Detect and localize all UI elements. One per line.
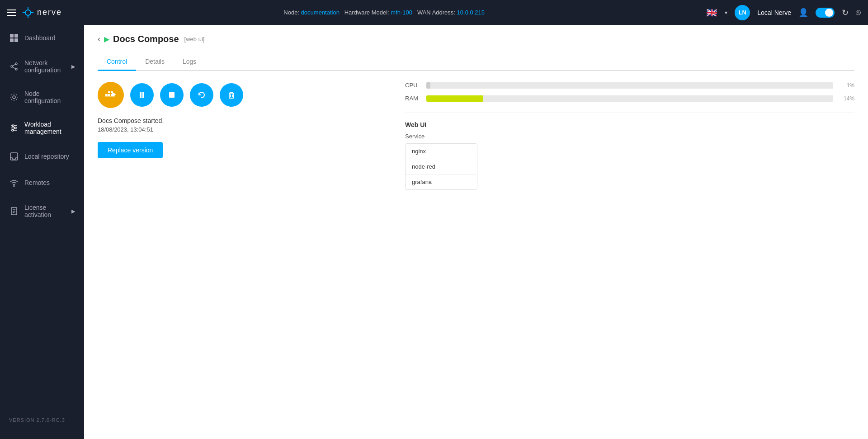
ram-bar xyxy=(426,95,483,102)
sidebar-item-network-configuration[interactable]: Network configuration ▶ xyxy=(0,51,84,82)
svg-point-23 xyxy=(14,186,14,187)
tab-control[interactable]: Control xyxy=(98,53,136,71)
back-button[interactable]: ‹ xyxy=(98,34,100,44)
svg-rect-9 xyxy=(14,38,18,42)
tabs-bar: Control Details Logs xyxy=(98,53,854,71)
sidebar-item-license-label: License activation xyxy=(24,204,66,218)
page-header: ‹ ▶ Docs Compose [web ui] xyxy=(98,34,854,44)
svg-rect-34 xyxy=(140,92,142,98)
svg-point-15 xyxy=(13,96,15,99)
nerve-logo-icon xyxy=(22,6,34,19)
service-node-red[interactable]: node-red xyxy=(406,159,477,175)
delete-button[interactable] xyxy=(220,83,243,107)
page-badge: [web ui] xyxy=(184,36,205,42)
cpu-label: CPU xyxy=(405,82,421,89)
sidebar-item-dashboard-label: Dashboard xyxy=(24,34,56,42)
local-nerve-label: Local Nerve xyxy=(757,9,791,16)
sidebar-item-local-repository[interactable]: Local repository xyxy=(0,143,84,170)
sliders-icon xyxy=(9,123,19,133)
sidebar-item-local-repository-label: Local repository xyxy=(24,153,69,160)
hardware-value[interactable]: mfn-100 xyxy=(391,9,412,16)
control-right: CPU 1% RAM 14% Web U xyxy=(405,82,854,190)
restart-button[interactable] xyxy=(190,83,213,107)
svg-line-13 xyxy=(13,64,15,66)
svg-rect-36 xyxy=(169,92,175,98)
sidebar-version: VERSION 2.7.0-RC.3 xyxy=(0,410,84,430)
sidebar-item-remotes[interactable]: Remotes xyxy=(0,170,84,196)
service-nginx[interactable]: nginx xyxy=(406,144,477,159)
service-grafana[interactable]: grafana xyxy=(406,175,477,189)
ram-metric-row: RAM 14% xyxy=(405,95,854,102)
logout-icon[interactable]: ⎋ xyxy=(856,8,861,17)
sidebar-item-node-label: Node configuration xyxy=(24,90,75,104)
lang-chevron[interactable]: ▾ xyxy=(725,9,727,16)
play-icon: ▶ xyxy=(104,35,109,43)
stop-button[interactable] xyxy=(160,83,184,107)
svg-rect-35 xyxy=(142,92,144,98)
nerve-logo: nerve xyxy=(22,6,62,19)
page-title: Docs Compose xyxy=(113,34,179,44)
svg-point-21 xyxy=(12,129,14,131)
network-chevron-icon: ▶ xyxy=(71,64,75,70)
wan-label: WAN Address: xyxy=(417,9,455,16)
ram-bar-wrap xyxy=(426,95,833,102)
svg-point-19 xyxy=(12,125,14,127)
pause-button[interactable] xyxy=(130,83,154,107)
main-layout: Dashboard Network configuration ▶ Node c… xyxy=(0,25,868,439)
tab-logs[interactable]: Logs xyxy=(174,53,205,71)
settings-icon xyxy=(9,92,19,102)
svg-line-14 xyxy=(13,67,15,69)
flag-icon[interactable]: 🇬🇧 xyxy=(706,7,717,18)
action-buttons xyxy=(98,82,387,108)
content-area: ‹ ▶ Docs Compose [web ui] Control Detail… xyxy=(84,25,868,439)
svg-point-12 xyxy=(11,66,13,67)
svg-rect-8 xyxy=(10,38,14,42)
service-list: nginx node-red grafana xyxy=(405,143,477,190)
webui-title: Web UI xyxy=(405,121,854,128)
replace-version-button[interactable]: Replace version xyxy=(98,142,163,158)
svg-rect-28 xyxy=(105,94,108,96)
control-left: Docs Compose started. 18/08/2023, 13:04:… xyxy=(98,82,387,190)
webui-section: Web UI Service nginx node-red grafana xyxy=(405,113,854,190)
sidebar-item-node-configuration[interactable]: Node configuration xyxy=(0,82,84,113)
cpu-bar xyxy=(426,82,430,89)
metrics-section: CPU 1% RAM 14% xyxy=(405,82,854,102)
wifi-icon xyxy=(9,178,19,188)
cpu-pct: 1% xyxy=(839,82,854,89)
refresh-icon[interactable]: ↻ xyxy=(842,8,849,18)
svg-rect-29 xyxy=(108,94,110,96)
wan-value[interactable]: 10.0.0.215 xyxy=(457,9,485,16)
ram-pct: 14% xyxy=(839,95,854,102)
node-value[interactable]: documentation xyxy=(301,9,340,16)
hardware-label: Hardware Model: xyxy=(344,9,389,16)
share-icon xyxy=(9,61,19,71)
svg-rect-33 xyxy=(105,96,115,97)
sidebar-item-workload-management[interactable]: Workload management xyxy=(0,113,84,143)
sidebar-item-workload-label: Workload management xyxy=(24,121,75,135)
cpu-bar-wrap xyxy=(426,82,833,89)
node-label: Node: xyxy=(283,9,299,16)
file-icon xyxy=(9,206,19,216)
topbar-center: Node: documentation Hardware Model: mfn-… xyxy=(62,9,706,16)
sidebar-item-license-activation[interactable]: License activation ▶ xyxy=(0,196,84,227)
ln-badge[interactable]: LN xyxy=(735,5,750,20)
docker-icon-button[interactable] xyxy=(98,82,124,108)
status-text: Docs Compose started. xyxy=(98,117,387,124)
hamburger-menu[interactable] xyxy=(7,9,16,16)
cpu-metric-row: CPU 1% xyxy=(405,82,854,89)
svg-point-11 xyxy=(15,68,17,70)
sidebar: Dashboard Network configuration ▶ Node c… xyxy=(0,25,84,439)
status-time: 18/08/2023, 13:04:51 xyxy=(98,126,387,133)
control-area: Docs Compose started. 18/08/2023, 13:04:… xyxy=(98,82,854,190)
sidebar-item-dashboard[interactable]: Dashboard xyxy=(0,25,84,51)
user-icon[interactable]: 👤 xyxy=(798,8,808,18)
topbar-left: nerve xyxy=(7,6,62,19)
license-chevron-icon: ▶ xyxy=(71,208,75,214)
svg-rect-37 xyxy=(229,93,234,98)
tab-details[interactable]: Details xyxy=(136,53,174,71)
grid-icon xyxy=(9,33,19,43)
nerve-logo-text: nerve xyxy=(37,8,62,17)
topbar: nerve Node: documentation Hardware Model… xyxy=(0,0,868,25)
topbar-right: 🇬🇧 ▾ LN Local Nerve 👤 ↻ ⎋ xyxy=(706,5,861,20)
theme-toggle[interactable] xyxy=(816,8,835,18)
